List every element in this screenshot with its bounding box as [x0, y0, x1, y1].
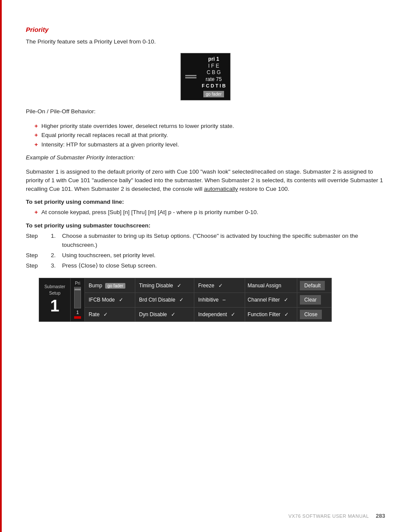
- inhibitive-check: –: [223, 297, 226, 303]
- independent-cell: Independent ✓: [194, 307, 245, 322]
- step-label-2: Step: [26, 261, 47, 271]
- channel-filter-check: ✓: [284, 297, 288, 303]
- step-num-1: 2.: [51, 251, 59, 260]
- pri-row1-text: I F E: [208, 63, 219, 69]
- dyn-disable-check: ✓: [171, 311, 175, 317]
- bullet-list: Higher priority state overrides lower, d…: [34, 121, 385, 149]
- pri-row2: C B G: [202, 69, 226, 75]
- pri-indicator: [74, 316, 81, 319]
- clear-btn-cell[interactable]: Clear: [297, 292, 332, 307]
- bullet-item-1: Equal priority recall replaces recall at…: [34, 131, 385, 140]
- cmd-line-bullet: At console keypad, press [Sub] [n] [Thru…: [34, 208, 385, 217]
- rate-cell: Rate ✓: [84, 307, 135, 322]
- channel-filter-label: Channel Filter: [248, 297, 280, 303]
- rate-check: ✓: [103, 311, 108, 317]
- dyn-disable-label: Dyn Disable: [139, 311, 167, 317]
- close-btn-cell[interactable]: Close: [297, 307, 332, 322]
- function-filter-cell: Function Filter ✓: [245, 307, 297, 322]
- automatically-underline: automatically: [204, 186, 238, 192]
- pri-row2-text: C B G: [207, 69, 221, 75]
- default-button[interactable]: Default: [300, 281, 325, 290]
- timing-disable-cell: Timing Disable ✓: [135, 278, 194, 293]
- example-label: Example of Submaster Priority Interactio…: [26, 153, 385, 162]
- touchscreen-label: To set priority using submaster touchscr…: [26, 222, 385, 229]
- pri-label: Pri: [75, 281, 80, 286]
- pri-fcd: F C D T I B: [202, 83, 226, 88]
- step-list: Step 1. Choose a submaster to bring up i…: [26, 231, 385, 270]
- cmd-line-list: At console keypad, press [Sub] [n] [Thru…: [34, 208, 385, 217]
- section-title: Priority: [26, 26, 385, 33]
- brd-ctrl-check: ✓: [179, 297, 184, 303]
- pri-panel-cell: Pri 1: [71, 278, 85, 322]
- step-item-2: Step 3. Press ⟨Close⟩ to close Setup scr…: [26, 261, 385, 271]
- go-fader-tag: go fader: [105, 283, 125, 289]
- table-row-header: Submaster Setup 1 Pri 1: [39, 278, 332, 293]
- freeze-label: Freeze: [198, 283, 214, 289]
- dyn-disable-cell: Dyn Disable ✓: [135, 307, 194, 322]
- sub-number: 1: [50, 297, 59, 315]
- close-button[interactable]: Close: [300, 310, 322, 319]
- submaster-label: Submaster: [44, 284, 65, 289]
- timing-disable-label: Timing Disable: [139, 283, 173, 289]
- step-text-1: Using touchscreen, set priority level.: [62, 251, 156, 260]
- setup-table: Submaster Setup 1 Pri 1: [39, 278, 332, 322]
- pri-display-wrapper: pri 1 I F E C B G rate 75 F C D T I B go…: [26, 53, 385, 100]
- ifcb-check: ✓: [119, 297, 123, 303]
- clear-button[interactable]: Clear: [300, 295, 321, 305]
- function-filter-check: ✓: [284, 311, 289, 317]
- step-label-1: Step: [26, 251, 47, 260]
- pri-rate: rate 75: [202, 76, 226, 82]
- channel-filter-cell: Channel Filter ✓: [245, 292, 297, 307]
- page-footer: VX76 SOFTWARE USER MANUAL 283: [288, 513, 385, 519]
- go-fader-btn: go fader: [203, 91, 224, 97]
- timing-disable-check: ✓: [177, 283, 181, 289]
- brd-ctrl-cell: Brd Ctrl Disable ✓: [135, 292, 194, 307]
- pri-row1: I F E: [202, 63, 226, 69]
- intro-text: The Priority feature sets a Priority Lev…: [26, 37, 385, 46]
- independent-label: Independent: [198, 311, 227, 317]
- manual-assign-cell: Manual Assign: [245, 278, 297, 293]
- step-item-1: Step 2. Using touchscreen, set priority …: [26, 251, 385, 260]
- bullet-item-2: Intensity: HTP for submasters at a given…: [34, 140, 385, 149]
- pile-on-label: Pile-On / Pile-Off Behavior:: [26, 107, 385, 116]
- rate-label: Rate: [89, 311, 100, 317]
- step-num-2: 3.: [51, 261, 59, 271]
- left-panel-cell: Submaster Setup 1: [39, 278, 71, 322]
- pri-display: pri 1 I F E C B G rate 75 F C D T I B go…: [181, 53, 230, 100]
- footer-manual: VX76 SOFTWARE USER MANUAL: [288, 513, 369, 519]
- footer-page: 283: [376, 513, 385, 519]
- ifcb-label: IFCB Mode: [89, 297, 115, 303]
- default-btn-cell[interactable]: Default: [297, 278, 332, 293]
- function-filter-label: Function Filter: [248, 311, 280, 317]
- setup-label: Setup: [49, 291, 60, 296]
- step-text-0: Choose a submaster to bring up its Setup…: [62, 231, 385, 250]
- inhibitive-label: Inhibitive: [198, 297, 218, 303]
- page-content: Priority The Priority feature sets a Pri…: [0, 0, 411, 355]
- manual-assign-label: Manual Assign: [248, 283, 281, 289]
- pri-number-small: 1: [76, 310, 79, 315]
- bullet-item-0: Higher priority state overrides lower, d…: [34, 121, 385, 131]
- setup-table-container: Submaster Setup 1 Pri 1: [39, 278, 385, 322]
- bump-label: Bump: [89, 283, 102, 289]
- step-num-0: 1.: [51, 231, 59, 250]
- brd-ctrl-label: Brd Ctrl Disable: [139, 297, 175, 303]
- inhibitive-cell: Inhibitive –: [194, 292, 245, 307]
- example-text: Submaster 1 is assigned to the default p…: [26, 168, 385, 194]
- pri-bar: [74, 287, 81, 308]
- step-text-2: Press ⟨Close⟩ to close Setup screen.: [62, 261, 157, 271]
- cmd-line-label: To set priority using command line:: [26, 199, 385, 205]
- step-label-0: Step: [26, 231, 47, 250]
- freeze-check: ✓: [218, 283, 223, 289]
- step-item-0: Step 1. Choose a submaster to bring up i…: [26, 231, 385, 250]
- pri-title: pri 1: [202, 56, 226, 62]
- independent-check: ✓: [231, 311, 235, 317]
- ifcb-mode-cell: IFCB Mode ✓: [84, 292, 135, 307]
- bump-cell: Bump go fader: [84, 278, 135, 293]
- freeze-cell: Freeze ✓: [194, 278, 245, 293]
